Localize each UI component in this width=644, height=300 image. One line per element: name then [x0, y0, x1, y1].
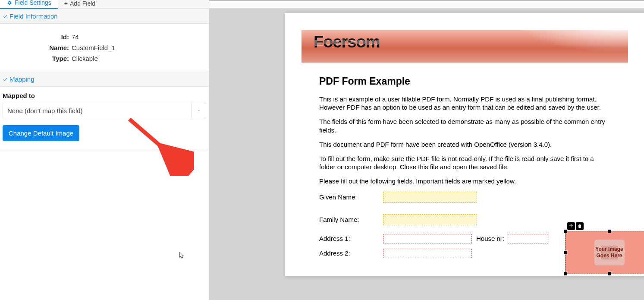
mapped-to-label: Mapped to: [3, 92, 206, 99]
doc-para-3: This document and PDF form have been cre…: [319, 140, 610, 148]
chevron-down-icon: [192, 103, 201, 118]
tab-add-field[interactable]: + Add Field: [58, 0, 102, 9]
check-icon: [3, 77, 8, 82]
tab-add-field-label: Add Field: [70, 0, 95, 7]
plus-icon: +: [64, 0, 68, 7]
section-mapping-label: Mapping: [9, 76, 35, 83]
preview-pane: Foersom Foersom PDF Form Example This is…: [209, 0, 644, 300]
tab-bar: Field Settings + Add Field: [0, 0, 209, 9]
gear-icon: [6, 0, 12, 6]
tab-field-settings[interactable]: Field Settings: [0, 0, 58, 9]
change-default-image-button[interactable]: Change Default Image: [3, 125, 79, 141]
type-value: Clickable: [69, 55, 98, 62]
tab-field-settings-label: Field Settings: [15, 0, 51, 6]
resize-handle[interactable]: [564, 251, 567, 254]
brand-banner: Foersom Foersom: [302, 30, 628, 63]
field-info-block: Id: 74 Name: CustomField_1 Type: Clickab…: [0, 24, 209, 72]
section-field-information[interactable]: Field Information: [0, 9, 209, 24]
doc-title: PDF Form Example: [319, 76, 610, 87]
sidebar-panel: Field Settings + Add Field Field Informa…: [0, 0, 209, 300]
id-label: Id:: [4, 33, 69, 41]
doc-para-4: To fill out the form, make sure the PDF …: [319, 155, 610, 171]
pdf-page: Foersom Foersom PDF Form Example This is…: [285, 13, 644, 276]
resize-handle[interactable]: [564, 272, 567, 275]
preview-toolbar: [209, 1, 644, 9]
section-mapping[interactable]: Mapping: [0, 72, 209, 87]
doc-para-1: This is an example of a user fillable PD…: [319, 95, 610, 111]
section-field-information-label: Field Information: [9, 13, 58, 20]
mapped-to-select[interactable]: None (don't map this field): [3, 103, 206, 118]
resize-handle[interactable]: [608, 272, 611, 275]
type-label: Type:: [4, 55, 69, 62]
trash-icon[interactable]: [576, 222, 584, 230]
brand-reflection: Foersom: [314, 37, 380, 48]
image-placeholder-widget[interactable]: Your Image Goes Here: [565, 231, 644, 274]
family-name-label: Family Name:: [319, 216, 383, 223]
name-value: CustomField_1: [69, 44, 115, 51]
house-nr-field[interactable]: [508, 234, 548, 243]
doc-para-2: The fields of this form have been select…: [319, 117, 610, 134]
given-name-field[interactable]: [383, 192, 477, 203]
house-nr-label: House nr:: [476, 235, 504, 242]
doc-para-5: Please fill out the following fields. Im…: [319, 177, 610, 185]
given-name-label: Given Name:: [319, 193, 383, 201]
mapping-body: Mapped to None (don't map this field) Ch…: [0, 87, 209, 149]
address1-field[interactable]: [383, 234, 472, 243]
family-name-field[interactable]: [383, 214, 477, 225]
address1-label: Address 1:: [319, 235, 383, 242]
check-icon: [3, 14, 8, 19]
name-label: Name:: [4, 44, 69, 51]
id-value: 74: [69, 33, 79, 41]
move-icon[interactable]: [567, 222, 575, 230]
cursor-icon: [179, 250, 185, 260]
mapped-to-value: None (don't map this field): [7, 107, 83, 114]
resize-handle[interactable]: [564, 230, 567, 233]
address2-label: Address 2:: [319, 249, 383, 257]
resize-handle[interactable]: [608, 230, 611, 233]
address2-field[interactable]: [383, 249, 472, 258]
